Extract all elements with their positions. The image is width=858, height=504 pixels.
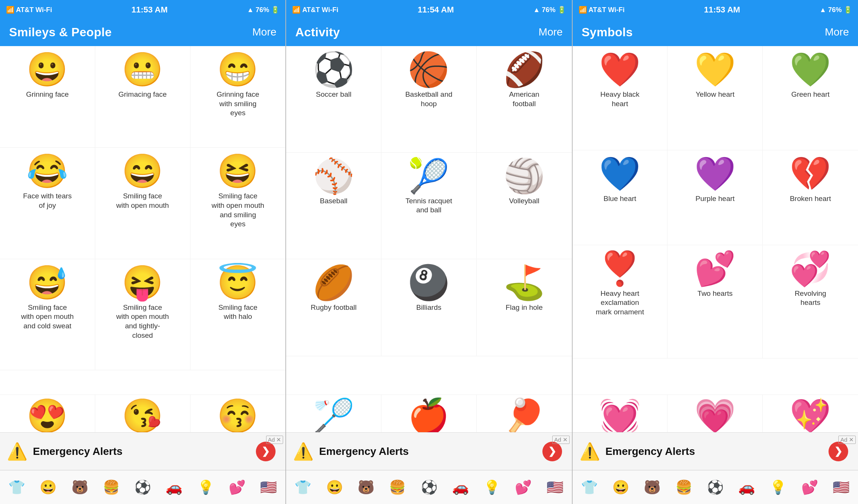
emoji-item[interactable]: 😅 Smiling face with open mouth and cold …: [0, 259, 95, 370]
tab-item-3[interactable]: 🍔: [96, 479, 127, 495]
tab-item-5[interactable]: 🚗: [445, 479, 476, 495]
nav-bar: Symbols More: [573, 20, 858, 46]
emoji-item[interactable]: 💙 Blue heart: [573, 150, 668, 245]
nav-more-button[interactable]: More: [252, 26, 277, 38]
emoji-symbol: 😀: [26, 53, 68, 86]
tab-item-5[interactable]: 🚗: [731, 479, 762, 495]
emoji-item-partial[interactable]: 😘: [95, 395, 190, 432]
tab-item-2[interactable]: 🐻: [65, 479, 95, 495]
emoji-item[interactable]: ❤️ Heavy black heart: [573, 46, 668, 150]
emoji-label: Smiling face with open mouth and smiling…: [211, 192, 264, 229]
tab-item-0[interactable]: 👕: [2, 479, 32, 495]
tab-item-1[interactable]: 😀: [33, 479, 63, 495]
emoji-item[interactable]: 🏈 American football: [477, 46, 572, 153]
emergency-text: Emergency Alerts: [33, 445, 256, 458]
emoji-item[interactable]: 😆 Smiling face with open mouth and smili…: [190, 148, 286, 259]
emoji-item-partial[interactable]: 🏸: [286, 395, 381, 432]
tab-item-2[interactable]: 🐻: [351, 479, 381, 495]
emoji-item-partial[interactable]: 😚: [190, 395, 286, 432]
tab-item-1[interactable]: 😀: [606, 479, 636, 495]
emergency-banner[interactable]: ⚠️ Emergency Alerts ❯ Ad ✕: [0, 432, 285, 470]
tab-item-8[interactable]: 🇺🇸: [826, 479, 856, 495]
emoji-item[interactable]: 💞 Revolving hearts: [763, 245, 858, 359]
emoji-symbol: 😝: [122, 266, 163, 299]
tab-item-1[interactable]: 😀: [319, 479, 350, 495]
tab-item-4[interactable]: ⚽: [700, 479, 731, 495]
emoji-item[interactable]: ❣️ Heavy heart exclamation mark ornament: [573, 245, 668, 359]
emoji-item[interactable]: 😝 Smiling face with open mouth and tight…: [95, 259, 190, 370]
status-bar: 📶 AT&T Wi-Fi 11:54 AM ▲ 76% 🔋: [286, 0, 571, 20]
emoji-item[interactable]: 💕 Two hearts: [668, 245, 763, 359]
phone-panel-smileys: 📶 AT&T Wi-Fi 11:53 AM ▲ 76% 🔋 Smileys & …: [0, 0, 286, 504]
nav-more-button[interactable]: More: [539, 26, 563, 38]
tab-item-3[interactable]: 🍔: [668, 479, 699, 495]
emoji-symbol: 😆: [217, 155, 259, 188]
status-left: 📶 AT&T Wi-Fi: [292, 6, 338, 14]
emergency-arrow-button[interactable]: ❯: [829, 442, 848, 461]
emoji-symbol-partial: 🏓: [503, 399, 545, 432]
emergency-arrow-button[interactable]: ❯: [256, 442, 276, 461]
emergency-banner[interactable]: ⚠️ Emergency Alerts ❯ Ad ✕: [286, 432, 571, 470]
nav-title: Symbols: [582, 25, 633, 39]
tab-item-8[interactable]: 🇺🇸: [539, 479, 570, 495]
emoji-symbol-partial: 😘: [122, 399, 163, 432]
emoji-item[interactable]: ⚾ Baseball: [286, 153, 381, 259]
emoji-symbol: ❤️: [599, 53, 641, 86]
emoji-symbol: 🏉: [313, 266, 355, 299]
emoji-item[interactable]: 💔 Broken heart: [763, 150, 858, 245]
emoji-item-partial[interactable]: 🏓: [477, 395, 572, 432]
emoji-item[interactable]: ⛳ Flag in hole: [477, 259, 572, 356]
emoji-item[interactable]: 😬 Grimacing face: [95, 46, 190, 148]
tab-item-7[interactable]: 💕: [222, 479, 252, 495]
tab-item-5[interactable]: 🚗: [159, 479, 189, 495]
tab-item-4[interactable]: ⚽: [127, 479, 158, 495]
emoji-item[interactable]: 😂 Face with tears of joy: [0, 148, 95, 259]
emoji-item[interactable]: 😀 Grinning face: [0, 46, 95, 148]
tab-item-7[interactable]: 💕: [795, 479, 825, 495]
emoji-item[interactable]: 🏉 Rugby football: [286, 259, 381, 356]
tab-item-4[interactable]: ⚽: [414, 479, 444, 495]
emoji-item-partial[interactable]: 💓: [573, 395, 668, 432]
emoji-item[interactable]: 🏐 Volleyball: [477, 153, 572, 259]
tab-item-8[interactable]: 🇺🇸: [253, 479, 284, 495]
emoji-item[interactable]: 😇 Smiling face with halo: [190, 259, 286, 370]
emoji-item[interactable]: 😁 Grinning face with smiling eyes: [190, 46, 286, 148]
emoji-symbol-partial: 😍: [26, 399, 68, 432]
tab-item-6[interactable]: 💡: [763, 479, 793, 495]
emoji-symbol: 🏀: [408, 53, 449, 86]
emergency-text: Emergency Alerts: [319, 445, 542, 458]
emoji-item[interactable]: 😄 Smiling face with open mouth: [95, 148, 190, 259]
emoji-symbol: 😇: [217, 266, 259, 299]
emoji-item-partial[interactable]: 💖: [763, 395, 858, 432]
tab-item-0[interactable]: 👕: [574, 479, 605, 495]
emoji-label: Smiling face with open mouth and cold sw…: [21, 303, 74, 331]
status-left: 📶 AT&T Wi-Fi: [579, 6, 625, 14]
emoji-symbol: 😅: [26, 266, 68, 299]
status-time: 11:54 AM: [418, 5, 454, 15]
emoji-item-partial[interactable]: 😍: [0, 395, 95, 432]
emoji-item[interactable]: 💜 Purple heart: [668, 150, 763, 245]
emoji-label: Smiling face with open mouth and tightly…: [116, 303, 169, 340]
emoji-item[interactable]: 🏀 Basketball and hoop: [381, 46, 477, 153]
emoji-item[interactable]: 🎾 Tennis racquet and ball: [381, 153, 477, 259]
tab-item-6[interactable]: 💡: [477, 479, 507, 495]
nav-title: Activity: [295, 25, 340, 39]
emoji-symbol: 🎱: [408, 266, 449, 299]
tab-item-3[interactable]: 🍔: [382, 479, 413, 495]
tab-item-6[interactable]: 💡: [190, 479, 221, 495]
tab-item-2[interactable]: 🐻: [637, 479, 668, 495]
emoji-symbol-partial: 💗: [694, 399, 736, 432]
emergency-arrow-button[interactable]: ❯: [542, 442, 562, 461]
emoji-item[interactable]: 🎱 Billiards: [381, 259, 477, 356]
emoji-label: American football: [498, 90, 551, 108]
emoji-label: Blue heart: [604, 194, 637, 204]
emoji-item-partial[interactable]: 🍎: [381, 395, 477, 432]
emoji-item[interactable]: 💛 Yellow heart: [668, 46, 763, 150]
nav-more-button[interactable]: More: [825, 26, 849, 38]
tab-item-0[interactable]: 👕: [288, 479, 318, 495]
emoji-item[interactable]: ⚽ Soccer ball: [286, 46, 381, 153]
emoji-item-partial[interactable]: 💗: [668, 395, 763, 432]
emoji-item[interactable]: 💚 Green heart: [763, 46, 858, 150]
tab-item-7[interactable]: 💕: [508, 479, 539, 495]
emergency-banner[interactable]: ⚠️ Emergency Alerts ❯ Ad ✕: [573, 432, 858, 470]
